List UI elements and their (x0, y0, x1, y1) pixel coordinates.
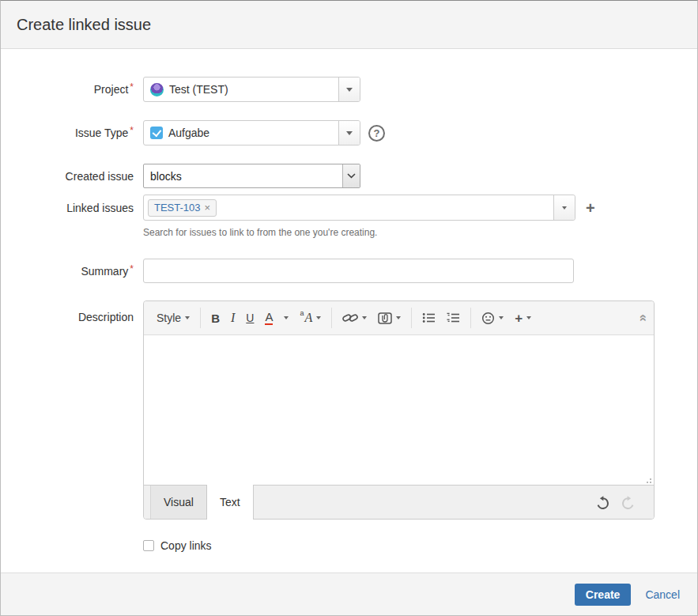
link-icon (342, 312, 358, 323)
link-type-selected-value: blocks (144, 164, 342, 187)
create-button[interactable]: Create (575, 584, 632, 606)
linked-issues-help-text: Search for issues to link to from the on… (143, 227, 697, 238)
issue-type-value-text: Aufgabe (168, 127, 209, 139)
tab-visual[interactable]: Visual (150, 486, 207, 519)
linked-issue-tag: TEST-103 × (148, 199, 217, 217)
text-color-dropdown-button[interactable] (278, 306, 294, 330)
attachment-dropdown-button[interactable] (372, 306, 406, 330)
add-linked-issue-button[interactable]: + (586, 200, 595, 216)
required-marker: * (130, 263, 134, 274)
chevron-down-icon (499, 316, 504, 319)
redo-button[interactable] (621, 496, 635, 509)
chevron-down-icon (562, 206, 567, 210)
linked-issue-tag-text: TEST-103 (154, 202, 201, 214)
issue-type-dropdown-button[interactable] (338, 121, 360, 145)
project-row: Project* Test (TEST) (1, 77, 697, 102)
chevron-down-icon (526, 316, 531, 319)
issue-type-selected-value[interactable]: Aufgabe (144, 121, 338, 145)
redo-icon (621, 496, 635, 509)
project-selected-value[interactable]: Test (TEST) (144, 77, 338, 101)
linked-issues-label: Linked issues (1, 202, 143, 214)
chevron-down-icon (346, 131, 353, 135)
linked-issues-dropdown-button[interactable] (553, 195, 575, 220)
project-avatar-icon (150, 83, 164, 96)
toolbar-divider (331, 308, 332, 328)
bullet-list-icon (422, 312, 436, 323)
cancel-link[interactable]: Cancel (645, 588, 680, 601)
chevron-down-icon (347, 173, 356, 179)
toolbar-divider (470, 308, 471, 328)
numbered-list-icon (447, 312, 460, 323)
insert-more-dropdown-button[interactable]: + (509, 306, 537, 330)
link-type-select-button[interactable] (342, 164, 360, 187)
issue-type-help-icon[interactable]: ? (368, 125, 385, 142)
linked-issues-field[interactable]: TEST-103 × (143, 195, 575, 221)
underline-button[interactable]: U (240, 306, 259, 330)
copy-links-label: Copy links (160, 539, 212, 552)
editor-mode-bar: Visual Text (144, 485, 654, 519)
link-dropdown-button[interactable] (337, 306, 372, 330)
issue-type-select[interactable]: Aufgabe (143, 120, 360, 145)
toolbar-divider (411, 308, 412, 328)
link-type-select[interactable]: blocks (143, 164, 360, 188)
project-label: Project* (1, 83, 143, 96)
bullet-list-button[interactable] (417, 306, 441, 330)
chevron-down-icon (284, 316, 289, 319)
issue-type-row: Issue Type* Aufgabe ? (1, 120, 697, 145)
attachment-icon (378, 312, 392, 324)
description-label: Description (1, 300, 143, 323)
dialog-title: Create linked issue (17, 16, 151, 34)
created-issue-label: Created issue (1, 170, 143, 183)
created-issue-row: Created issue blocks (1, 164, 697, 188)
copy-links-row: Copy links (143, 539, 697, 552)
project-select[interactable]: Test (TEST) (143, 77, 360, 102)
style-menu-button[interactable]: Style (151, 306, 195, 330)
tab-text[interactable]: Text (207, 485, 254, 520)
dialog-body: Project* Test (TEST) Issue Type* Aufgabe (1, 49, 697, 573)
task-type-icon (150, 127, 163, 139)
description-textarea[interactable] (144, 335, 654, 485)
linked-issues-row: Linked issues TEST-103 × + (1, 195, 697, 221)
chevron-down-icon (346, 88, 353, 92)
italic-button[interactable]: I (225, 306, 240, 330)
undo-redo-group (596, 486, 654, 519)
emoji-icon (481, 312, 495, 325)
create-linked-issue-dialog: Create linked issue Project* Test (TEST)… (0, 0, 698, 616)
resize-grip-icon[interactable] (644, 476, 651, 483)
chevron-down-icon (185, 316, 190, 319)
undo-icon (596, 496, 609, 509)
copy-links-checkbox[interactable] (143, 540, 154, 551)
text-color-button[interactable]: A (259, 306, 278, 330)
issue-type-label: Issue Type* (1, 127, 143, 139)
project-value-text: Test (TEST) (169, 83, 228, 96)
dialog-header: Create linked issue (1, 1, 697, 49)
chevron-down-icon (316, 316, 321, 319)
required-marker: * (130, 81, 134, 93)
description-row: Description Style B I U A aA (1, 300, 697, 520)
plus-icon: + (515, 312, 523, 325)
required-marker: * (130, 125, 134, 136)
editor-toolbar: Style B I U A aA (144, 301, 654, 335)
summary-label: Summary* (1, 265, 143, 278)
dialog-footer: Create Cancel (1, 573, 697, 615)
remove-tag-icon[interactable]: × (205, 202, 211, 214)
bold-button[interactable]: B (206, 306, 225, 330)
toolbar-divider (200, 308, 201, 328)
chevron-down-icon (362, 316, 367, 319)
summary-row: Summary* (1, 259, 697, 283)
collapse-toolbar-icon[interactable]: « (635, 314, 651, 321)
emoji-dropdown-button[interactable] (476, 306, 509, 330)
linked-issues-input[interactable] (221, 200, 548, 216)
font-style-dropdown-button[interactable]: aA (294, 306, 326, 330)
project-dropdown-button[interactable] (338, 77, 360, 101)
numbered-list-button[interactable] (441, 306, 466, 330)
description-editor: Style B I U A aA (143, 300, 655, 520)
chevron-down-icon (396, 316, 401, 319)
undo-button[interactable] (596, 496, 609, 509)
summary-input[interactable] (143, 259, 574, 283)
